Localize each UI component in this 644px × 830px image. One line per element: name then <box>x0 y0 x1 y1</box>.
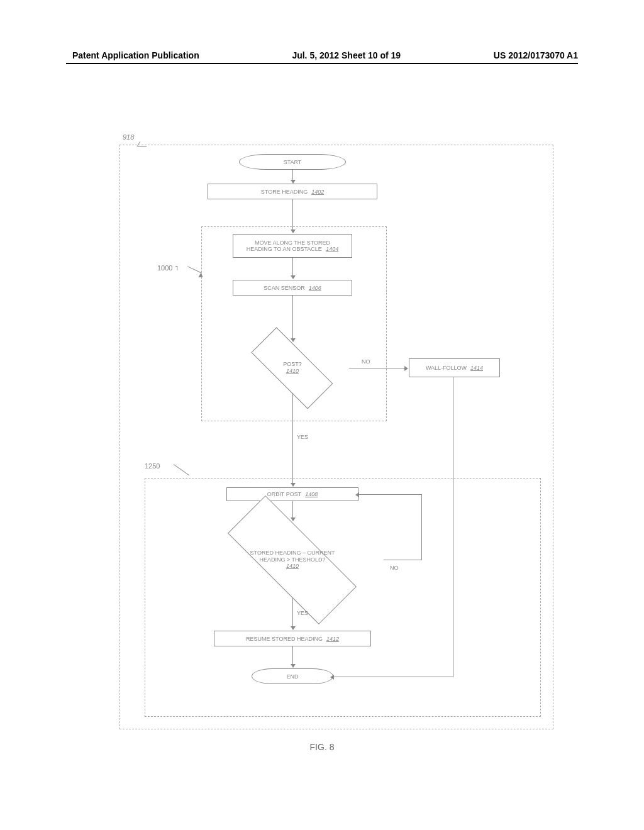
yes-label-2: YES <box>297 610 308 616</box>
yes-label-1: YES <box>297 434 308 440</box>
scan-sensor-ref: 1406 <box>309 285 321 291</box>
wall-follow-process: WALL-FOLLOW 1414 <box>409 358 500 377</box>
page-header: Patent Application Publication Jul. 5, 2… <box>0 50 644 60</box>
flowline <box>421 494 422 560</box>
no-label-2: NO <box>390 565 399 571</box>
no-label-1: NO <box>362 358 370 365</box>
post-decision: POST? 1410 <box>236 343 349 393</box>
scan-sensor-process: SCAN SENSOR 1406 <box>233 280 352 296</box>
threshold-ref: 1410 <box>250 563 335 570</box>
flowline <box>292 393 293 484</box>
arrow-down-icon <box>291 275 296 279</box>
flowline <box>358 494 422 495</box>
move-along-ref: 1404 <box>326 246 338 252</box>
orbit-post-ref: 1408 <box>305 491 318 497</box>
resume-process: RESUME STORED HEADING 1412 <box>214 631 371 646</box>
resume-text: RESUME STORED HEADING <box>246 636 323 642</box>
arrow-right-icon <box>404 366 408 371</box>
store-heading-ref: 1402 <box>311 189 324 195</box>
arrow-left-icon <box>330 675 334 680</box>
end-label: END <box>286 673 298 680</box>
flowline <box>292 258 293 277</box>
flowline <box>333 677 453 677</box>
flowline <box>453 377 453 677</box>
post-q-ref: 1410 <box>283 368 302 375</box>
arrow-down-icon <box>291 626 296 630</box>
ref-1250-label: 1250 <box>145 462 160 470</box>
start-label: START <box>284 159 302 165</box>
store-heading-process: STORE HEADING 1402 <box>208 184 377 199</box>
move-along-line1: MOVE ALONG THE STORED <box>255 240 330 246</box>
threshold-decision: STORED HEADING – CURRENT HEADING > THESH… <box>201 522 384 597</box>
start-terminator: START <box>239 154 346 170</box>
ref-918-label: 918 <box>123 133 134 141</box>
flowline <box>349 368 406 368</box>
move-along-line2: HEADING TO AN OBSTACLE <box>247 246 322 252</box>
flowchart: START STORE HEADING 1402 MOVE ALONG THE … <box>119 145 560 729</box>
flowline <box>292 501 293 519</box>
end-terminator: END <box>252 668 333 684</box>
ref-1000-label: 1000 ˥ <box>157 264 178 272</box>
header-center: Jul. 5, 2012 Sheet 10 of 19 <box>292 50 401 60</box>
wall-follow-ref: 1414 <box>470 365 483 371</box>
resume-ref: 1412 <box>326 636 339 642</box>
flowline <box>292 296 293 340</box>
move-along-process: MOVE ALONG THE STORED HEADING TO AN OBST… <box>233 234 352 258</box>
threshold-line2: HEADING > THESHOLD? <box>250 556 335 563</box>
header-right: US 2012/0173070 A1 <box>494 50 578 60</box>
scan-sensor-text: SCAN SENSOR <box>264 285 305 291</box>
post-q-text: POST? <box>283 361 302 368</box>
threshold-line1: STORED HEADING – CURRENT <box>250 550 335 556</box>
flowline <box>292 597 293 628</box>
store-heading-text: STORE HEADING <box>261 189 308 195</box>
header-left: Patent Application Publication <box>72 50 199 60</box>
flowline <box>292 646 293 665</box>
header-rule <box>66 63 578 64</box>
wall-follow-text: WALL-FOLLOW <box>426 365 467 371</box>
orbit-post-process: ORBIT POST 1408 <box>226 487 358 501</box>
arrow-down-icon <box>291 664 296 668</box>
orbit-post-text: ORBIT POST <box>267 491 301 497</box>
figure-caption: FIG. 8 <box>0 742 644 752</box>
flowline <box>384 560 421 560</box>
arrow-left-icon <box>355 492 359 497</box>
